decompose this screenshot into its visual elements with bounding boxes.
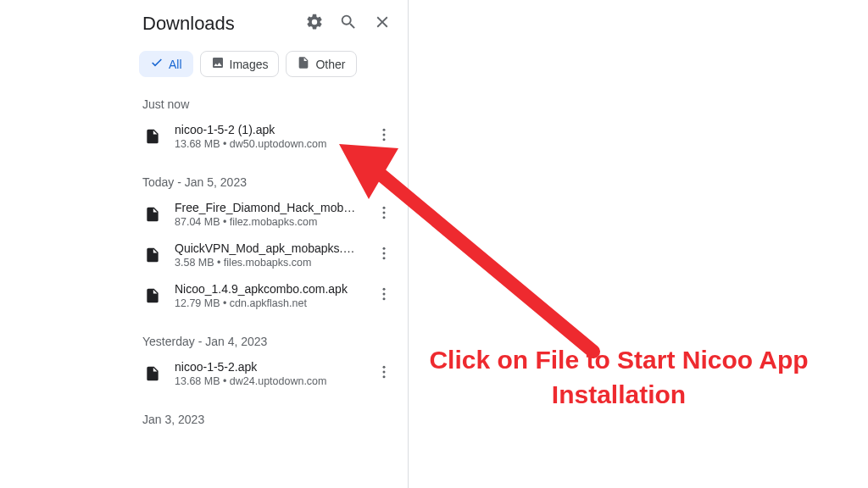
- search-icon: [339, 13, 358, 35]
- svg-point-1: [383, 134, 386, 136]
- close-button[interactable]: [367, 8, 398, 39]
- image-icon: [211, 56, 225, 72]
- svg-point-2: [383, 138, 386, 141]
- chip-other[interactable]: Other: [286, 51, 356, 77]
- section-header: Today - Jan 5, 2023: [125, 157, 404, 194]
- settings-button[interactable]: [299, 8, 330, 39]
- gear-icon: [305, 13, 324, 35]
- file-text: Nicoo_1.4.9_apkcombo.com.apk 12.79 MB • …: [175, 282, 359, 309]
- annotation-text: Click on File to Start Nicoo App Install…: [398, 343, 839, 412]
- item-menu-button[interactable]: [370, 204, 398, 225]
- svg-point-8: [383, 257, 386, 259]
- file-name: QuickVPN_Mod_apk_mobapks.c...: [175, 241, 359, 255]
- more-vert-icon: [376, 126, 392, 147]
- file-icon: [142, 287, 163, 304]
- download-item[interactable]: QuickVPN_Mod_apk_mobapks.c... 3.58 MB • …: [125, 235, 404, 275]
- file-icon: [142, 128, 163, 145]
- downloads-list: Just now nicoo-1-5-2 (1).apk 13.68 MB • …: [125, 87, 408, 488]
- svg-point-6: [383, 247, 386, 250]
- file-icon: [142, 247, 163, 263]
- chip-label: Other: [315, 58, 345, 71]
- item-menu-button[interactable]: [370, 126, 398, 147]
- svg-point-0: [383, 129, 386, 131]
- check-icon: [150, 56, 164, 72]
- filter-chips: All Images Other: [125, 46, 408, 87]
- file-meta: 87.04 MB • filez.mobapks.com: [175, 216, 359, 228]
- section-header: Jan 3, 2023: [125, 394, 404, 431]
- panel-header: Downloads: [125, 0, 408, 46]
- more-vert-icon: [376, 363, 392, 384]
- chip-label: Images: [230, 58, 269, 71]
- svg-point-7: [383, 252, 386, 255]
- file-text: nicoo-1-5-2 (1).apk 13.68 MB • dw50.upto…: [175, 123, 359, 150]
- page-title: Downloads: [142, 13, 296, 35]
- chip-label: All: [169, 58, 182, 71]
- svg-point-3: [383, 207, 386, 209]
- section-header: Just now: [125, 87, 404, 116]
- file-name: nicoo-1-5-2.apk: [175, 360, 359, 374]
- svg-point-14: [383, 375, 386, 378]
- file-meta: 13.68 MB • dw50.uptodown.com: [175, 138, 359, 150]
- file-meta: 12.79 MB • cdn.apkflash.net: [175, 297, 359, 309]
- svg-point-9: [383, 288, 386, 291]
- search-button[interactable]: [333, 8, 364, 39]
- section-header: Yesterday - Jan 4, 2023: [125, 316, 404, 353]
- file-icon: [297, 56, 310, 72]
- svg-point-12: [383, 366, 386, 369]
- chip-images[interactable]: Images: [200, 51, 280, 77]
- item-menu-button[interactable]: [370, 245, 398, 265]
- file-name: nicoo-1-5-2 (1).apk: [175, 123, 359, 136]
- chip-all[interactable]: All: [139, 51, 193, 77]
- file-text: Free_Fire_Diamond_Hack_moba... 87.04 MB …: [175, 201, 359, 228]
- download-item[interactable]: nicoo-1-5-2.apk 13.68 MB • dw24.uptodown…: [125, 353, 404, 394]
- downloads-panel: Downloads All Images: [125, 0, 409, 488]
- close-icon: [373, 13, 392, 35]
- more-vert-icon: [376, 245, 392, 265]
- download-item[interactable]: nicoo-1-5-2 (1).apk 13.68 MB • dw50.upto…: [125, 116, 404, 157]
- file-meta: 13.68 MB • dw24.uptodown.com: [175, 375, 359, 387]
- item-menu-button[interactable]: [370, 286, 398, 306]
- download-item[interactable]: Nicoo_1.4.9_apkcombo.com.apk 12.79 MB • …: [125, 275, 404, 316]
- more-vert-icon: [376, 286, 392, 306]
- svg-point-10: [383, 293, 386, 296]
- svg-point-5: [383, 216, 386, 219]
- file-meta: 3.58 MB • files.mobapks.com: [175, 257, 359, 269]
- file-name: Free_Fire_Diamond_Hack_moba...: [175, 201, 359, 214]
- svg-point-13: [383, 371, 386, 374]
- file-name: Nicoo_1.4.9_apkcombo.com.apk: [175, 282, 359, 296]
- download-item[interactable]: Free_Fire_Diamond_Hack_moba... 87.04 MB …: [125, 194, 404, 235]
- file-icon: [142, 365, 163, 382]
- more-vert-icon: [376, 204, 392, 225]
- file-text: nicoo-1-5-2.apk 13.68 MB • dw24.uptodown…: [175, 360, 359, 387]
- file-icon: [142, 206, 163, 223]
- item-menu-button[interactable]: [370, 363, 398, 384]
- svg-point-11: [383, 297, 386, 300]
- svg-point-4: [383, 212, 386, 214]
- file-text: QuickVPN_Mod_apk_mobapks.c... 3.58 MB • …: [175, 241, 359, 269]
